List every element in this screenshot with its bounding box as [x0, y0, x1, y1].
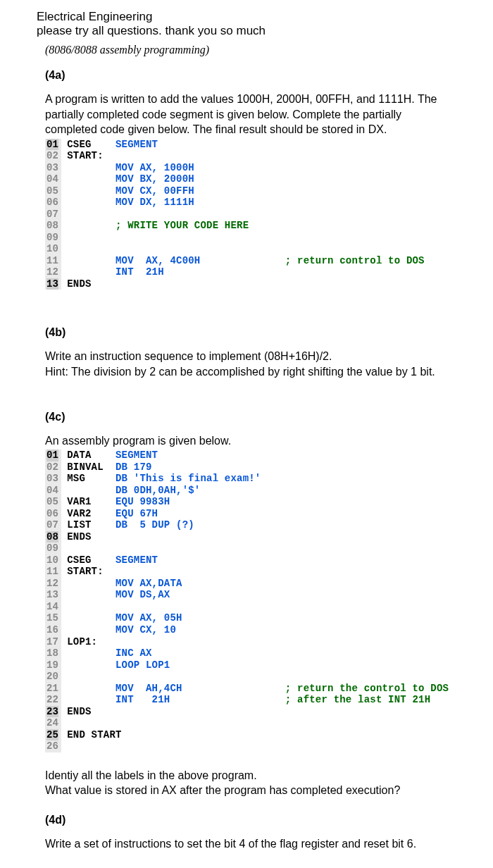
- text-4a: A program is written to add the values 1…: [45, 92, 448, 137]
- code-4c: 01 02 03 04 05 06 07 08 09 10 11 12 13 1…: [45, 450, 448, 752]
- label-4a: (4a): [45, 69, 448, 82]
- q4c-question-2: What value is stored in AX after the pro…: [45, 783, 448, 798]
- label-4b: (4b): [45, 326, 448, 339]
- subject-line: Electrical Engineering: [37, 10, 456, 24]
- document-page: Electrical Engineering please try all qu…: [0, 0, 493, 865]
- instruction-line: please try all questions. thank you so m…: [37, 24, 456, 38]
- text-4b-1: Write an instruction sequence to impleme…: [45, 349, 448, 364]
- note-line: (8086/8088 assembly programming): [45, 44, 448, 56]
- label-4c: (4c): [45, 411, 448, 423]
- code-4a-body: CSEG SEGMENT START: MOV AX, 1000H MOV BX…: [61, 139, 425, 290]
- q4c-question-1: Identiy all the labels in the above prog…: [45, 768, 448, 783]
- code-4a: 01 02 03 04 05 06 07 08 09 10 11 12 13 C…: [45, 139, 448, 290]
- text-4d: Write a set of instructions to set the b…: [45, 836, 448, 852]
- text-4b-2: Hint: The division by 2 can be accomplis…: [45, 364, 448, 380]
- code-4c-gutter: 01 02 03 04 05 06 07 08 09 10 11 12 13 1…: [45, 450, 61, 752]
- code-4a-gutter: 01 02 03 04 05 06 07 08 09 10 11 12 13: [45, 139, 61, 290]
- label-4d: (4d): [45, 814, 448, 826]
- text-4c: An assembly program is given below.: [45, 433, 448, 449]
- code-4c-body: DATA SEGMENT BINVAL DB 179 MSG DB 'This …: [61, 450, 449, 752]
